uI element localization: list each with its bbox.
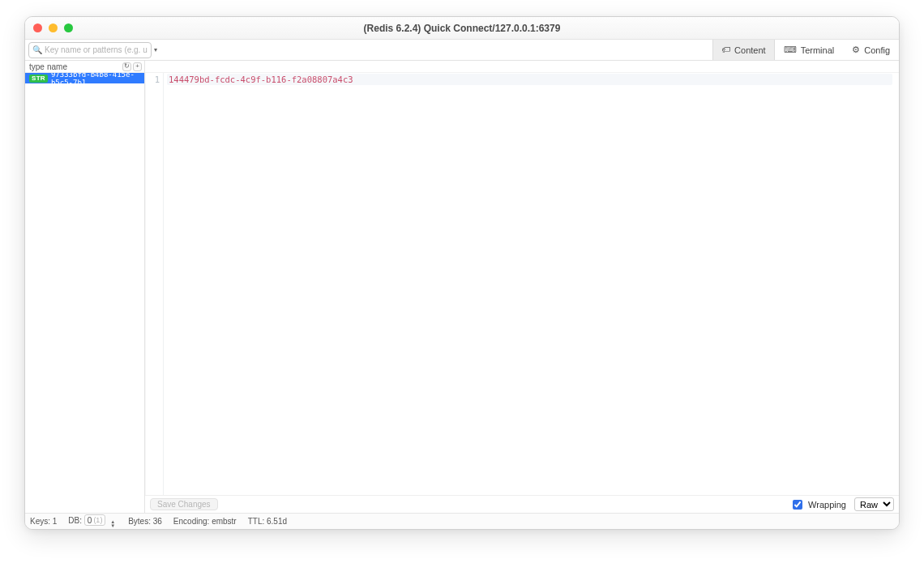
body: type name ↻ + STR 97333bfd-b4b8-415e-b5c… — [25, 61, 899, 513]
tab-terminal[interactable]: ⌨ Terminal — [775, 40, 844, 60]
key-search-input[interactable] — [45, 45, 148, 54]
sidebar: type name ↻ + STR 97333bfd-b4b8-415e-b5c… — [25, 61, 145, 513]
key-list-controls: ↻ + — [122, 62, 144, 71]
titlebar: (Redis 6.2.4) Quick Connect/127.0.0.1:63… — [25, 17, 899, 40]
chevron-down-icon[interactable]: ▼ — [110, 524, 117, 528]
tab-label: Terminal — [801, 45, 835, 55]
line-number: 1 — [146, 74, 163, 85]
add-key-button[interactable]: + — [133, 62, 142, 71]
plus-icon: + — [135, 63, 139, 70]
tab-label: Config — [864, 45, 890, 55]
line-gutter: 1 — [146, 73, 164, 495]
window-title: (Redis 6.2.4) Quick Connect/127.0.0.1:63… — [25, 23, 899, 34]
col-name-header: name — [45, 62, 122, 71]
save-changes-button[interactable]: Save Changes — [150, 498, 218, 510]
key-list-header: type name ↻ + — [25, 61, 144, 73]
key-search-box[interactable]: 🔍 — [28, 42, 152, 58]
main-panel: 1 144479bd-fcdc-4c9f-b116-f2a08807a4c3 S… — [145, 61, 899, 513]
key-type-tag: STR — [29, 75, 48, 83]
wrapping-label: Wrapping — [808, 500, 846, 510]
terminal-icon: ⌨ — [784, 45, 797, 54]
format-select[interactable]: Raw — [854, 497, 894, 511]
db-selector[interactable]: 0 (1) — [84, 514, 106, 526]
refresh-icon: ↻ — [124, 63, 130, 70]
tag-icon: 🏷 — [721, 45, 730, 54]
tab-label: Content — [734, 45, 766, 55]
key-list: STR 97333bfd-b4b8-415e-b5c5-7b1… — [25, 73, 144, 513]
status-db: DB: 0 (1) ▲ ▼ — [68, 514, 117, 528]
string-value[interactable]: 144479bd-fcdc-4c9f-b116-f2a08807a4c3 — [169, 75, 353, 84]
editor-footer: Save Changes Wrapping Raw — [145, 495, 899, 513]
content-header-strip — [145, 61, 899, 73]
status-encoding: Encoding: embstr — [173, 517, 237, 526]
status-bytes: Bytes: 36 — [128, 517, 162, 526]
tab-config[interactable]: ⚙ Config — [843, 40, 899, 60]
code-area[interactable]: 144479bd-fcdc-4c9f-b116-f2a08807a4c3 — [164, 73, 899, 495]
wrapping-toggle[interactable]: Wrapping — [789, 497, 846, 512]
col-type-header: type — [25, 62, 45, 71]
search-icon: 🔍 — [32, 46, 42, 54]
key-name: 97333bfd-b4b8-415e-b5c5-7b1… — [51, 73, 144, 87]
wrapping-checkbox[interactable] — [793, 500, 802, 510]
toolbar: 🔍 ▾ 🏷 Content ⌨ Terminal ⚙ Config — [25, 40, 899, 61]
refresh-keys-button[interactable]: ↻ — [122, 62, 131, 71]
value-editor[interactable]: 1 144479bd-fcdc-4c9f-b116-f2a08807a4c3 — [145, 73, 899, 495]
status-ttl: TTL: 6.51d — [248, 517, 287, 526]
status-bar: Keys: 1 DB: 0 (1) ▲ ▼ Bytes: 36 Encoding… — [25, 513, 899, 529]
status-keys: Keys: 1 — [30, 517, 57, 526]
key-row[interactable]: STR 97333bfd-b4b8-415e-b5c5-7b1… — [25, 73, 144, 83]
toolbar-left: 🔍 ▾ — [25, 40, 145, 60]
tab-content[interactable]: 🏷 Content — [712, 40, 775, 60]
app-window: (Redis 6.2.4) Quick Connect/127.0.0.1:63… — [24, 16, 900, 530]
gear-icon: ⚙ — [852, 45, 860, 54]
toolbar-right: 🏷 Content ⌨ Terminal ⚙ Config — [145, 40, 899, 60]
db-stepper[interactable]: ▲ ▼ — [110, 520, 117, 528]
